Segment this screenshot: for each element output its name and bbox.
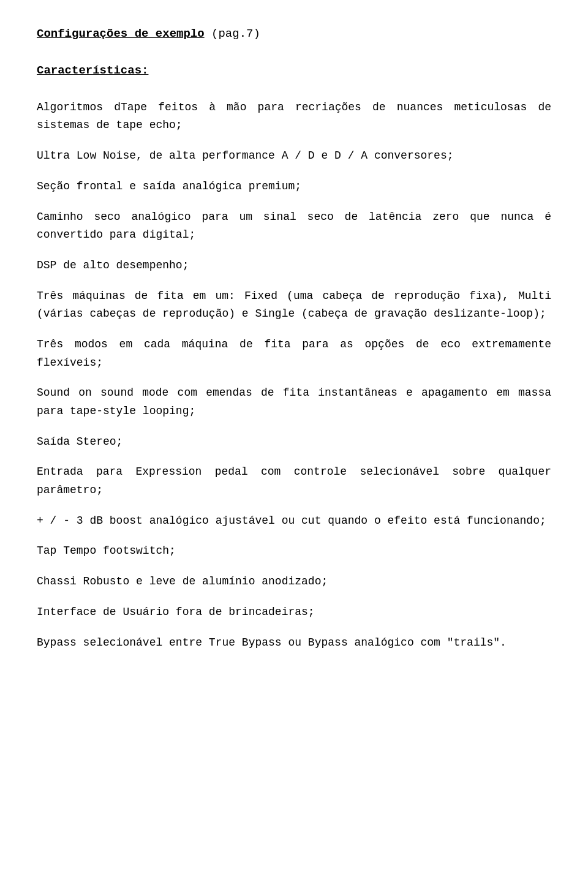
feature-item-12: Chassi Robusto e leve de alumínio anodiz… [37, 573, 551, 591]
feature-item-11: Tap Tempo footswitch; [37, 542, 551, 560]
feature-item-8: Saída Stereo; [37, 433, 551, 451]
feature-item-0: Algoritmos dTape feitos à mão para recri… [37, 99, 551, 135]
feature-item-6: Três modos em cada máquina de fita para … [37, 336, 551, 372]
feature-item-10: + / - 3 dB boost analógico ajustável ou … [37, 512, 551, 530]
feature-item-1: Ultra Low Noise, de alta performance A /… [37, 147, 551, 165]
page-title-bold: Configurações de exemplo [37, 27, 205, 40]
features-list: Algoritmos dTape feitos à mão para recri… [37, 99, 551, 652]
page-title-suffix: (pag.7) [205, 27, 260, 40]
feature-item-13: Interface de Usuário fora de brincadeira… [37, 603, 551, 622]
section-title: Características: [37, 61, 551, 80]
feature-item-7: Sound on sound mode com emendas de fita … [37, 384, 551, 420]
feature-item-9: Entrada para Expression pedal com contro… [37, 463, 551, 499]
page-title-line: Configurações de exemplo (pag.7) [37, 25, 551, 43]
feature-item-3: Caminho seco analógico para um sinal sec… [37, 208, 551, 244]
feature-item-4: DSP de alto desempenho; [37, 257, 551, 275]
feature-item-14: Bypass selecionável entre True Bypass ou… [37, 634, 551, 652]
page-content: Configurações de exemplo (pag.7) Caracte… [37, 25, 551, 652]
feature-item-2: Seção frontal e saída analógica premium; [37, 178, 551, 196]
feature-item-5: Três máquinas de fita em um: Fixed (uma … [37, 287, 551, 323]
